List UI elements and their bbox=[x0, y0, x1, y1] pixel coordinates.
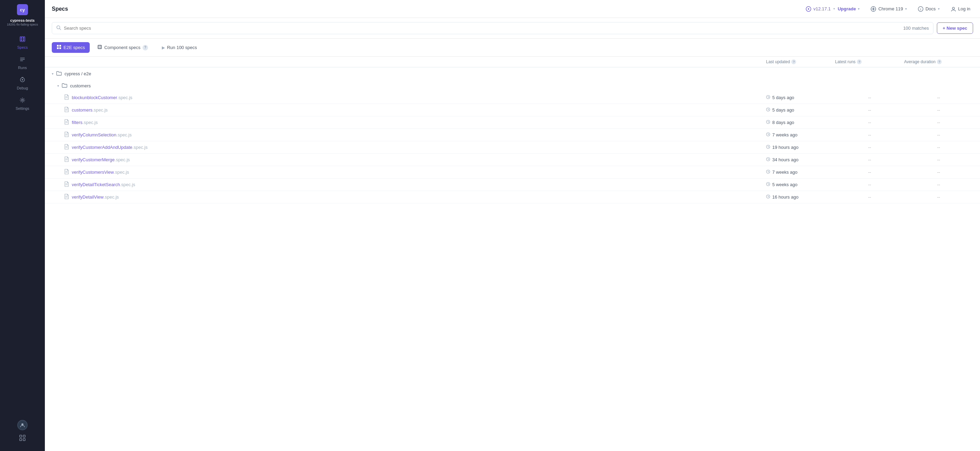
svg-text:?: ? bbox=[920, 8, 921, 11]
spec-name-link: verifyCustomerMerge.spec.js bbox=[72, 157, 130, 162]
spec-time-cell: 5 days ago bbox=[766, 107, 835, 113]
docs-item[interactable]: ? Docs ▾ bbox=[915, 5, 942, 13]
spec-latest-runs: -- bbox=[835, 182, 904, 187]
spec-updated-time: 5 days ago bbox=[772, 95, 794, 100]
table-row[interactable]: verifyCustomerAddAndUpdate.spec.js 19 ho… bbox=[45, 141, 980, 154]
spec-ext: .spec.js bbox=[132, 145, 148, 150]
sidebar-item-settings[interactable]: Settings bbox=[0, 94, 45, 113]
svg-line-45 bbox=[768, 110, 769, 110]
tab-component-specs[interactable]: Component specs ? bbox=[92, 42, 153, 53]
root-chevron-icon: ▾ bbox=[52, 72, 54, 76]
clock-icon bbox=[766, 107, 770, 113]
svg-rect-33 bbox=[98, 45, 102, 49]
spec-latest-runs: -- bbox=[835, 95, 904, 100]
login-item[interactable]: Log in bbox=[948, 5, 973, 13]
browser-chevron-icon: ▾ bbox=[905, 7, 907, 11]
svg-line-70 bbox=[768, 172, 769, 172]
spec-latest-runs: -- bbox=[835, 194, 904, 199]
spec-time-cell: 7 weeks ago bbox=[766, 170, 835, 175]
tab-e2e-specs[interactable]: E2E specs bbox=[52, 42, 90, 53]
spec-name-cell: verifyCustomerMerge.spec.js bbox=[64, 156, 766, 163]
spec-name-cell: verifyDetailTicketSearch.spec.js bbox=[64, 181, 766, 188]
svg-line-60 bbox=[768, 147, 769, 147]
run-specs-button[interactable]: ▶ Run 100 specs bbox=[157, 43, 202, 53]
page-title: Specs bbox=[52, 6, 68, 12]
clock-icon bbox=[766, 170, 770, 175]
spec-avg-duration: -- bbox=[904, 194, 973, 199]
spec-updated-time: 7 weeks ago bbox=[772, 132, 797, 137]
table-row[interactable]: verifyDetailTicketSearch.spec.js 5 weeks… bbox=[45, 178, 980, 191]
svg-rect-32 bbox=[59, 47, 61, 49]
table-row[interactable]: verifyColumnSelection.spec.js 7 weeks ag… bbox=[45, 129, 980, 141]
svg-rect-17 bbox=[23, 438, 25, 441]
spec-avg-duration: -- bbox=[904, 95, 973, 100]
root-folder-name: cypress / e2e bbox=[65, 71, 91, 76]
spec-file-icon bbox=[64, 169, 69, 175]
clock-icon bbox=[766, 145, 770, 150]
spec-ext: .spec.js bbox=[114, 170, 129, 175]
clock-icon bbox=[766, 182, 770, 187]
sidebar-item-specs[interactable]: Specs bbox=[0, 33, 45, 52]
spec-file-icon bbox=[64, 107, 69, 113]
table-row[interactable]: customers.spec.js 5 days ago -- -- bbox=[45, 104, 980, 116]
spec-name-link: blockunblockCustomer.spec.js bbox=[72, 95, 132, 100]
spec-latest-runs: -- bbox=[835, 170, 904, 175]
spec-ext: .spec.js bbox=[120, 182, 135, 187]
spec-file-icon bbox=[64, 132, 69, 138]
spec-ext: .spec.js bbox=[117, 95, 132, 100]
spec-name-cell: verifyCustomerAddAndUpdate.spec.js bbox=[64, 144, 766, 151]
spec-file-icon bbox=[64, 156, 69, 163]
new-spec-button[interactable]: + New spec bbox=[937, 22, 973, 34]
clock-icon bbox=[766, 95, 770, 100]
latest-runs-help-icon: ? bbox=[857, 59, 862, 64]
spec-name-link: customers.spec.js bbox=[72, 107, 108, 113]
sub-folder-header[interactable]: ▾ customers bbox=[45, 80, 980, 91]
spec-file-icon bbox=[64, 194, 69, 200]
sidebar-item-runs[interactable]: Runs bbox=[0, 54, 45, 73]
toolbar: 100 matches + New spec bbox=[45, 18, 980, 39]
new-spec-label: + New spec bbox=[943, 25, 967, 31]
spec-updated-time: 5 weeks ago bbox=[772, 182, 797, 187]
root-folder-header[interactable]: ▾ cypress / e2e bbox=[45, 67, 980, 80]
app-branch: 18291-fix-failing-specs bbox=[5, 23, 40, 26]
spec-name-link: filters.spec.js bbox=[72, 120, 98, 125]
svg-rect-16 bbox=[20, 438, 22, 441]
spec-name-cell: customers.spec.js bbox=[64, 107, 766, 113]
separator-dot: • bbox=[834, 6, 835, 11]
spec-time-cell: 16 hours ago bbox=[766, 194, 835, 199]
spec-avg-duration: -- bbox=[904, 145, 973, 150]
browser-item[interactable]: Chrome 119 ▾ bbox=[868, 5, 910, 13]
spec-avg-duration: -- bbox=[904, 182, 973, 187]
command-palette-icon[interactable] bbox=[19, 434, 26, 443]
spec-name-cell: blockunblockCustomer.spec.js bbox=[64, 94, 766, 101]
spec-time-cell: 34 hours ago bbox=[766, 157, 835, 162]
col-spec bbox=[52, 59, 766, 64]
sidebar-nav: Specs Runs Debug bbox=[0, 33, 45, 113]
svg-rect-30 bbox=[59, 45, 61, 46]
table-row[interactable]: verifyCustomerMerge.spec.js 34 hours ago… bbox=[45, 154, 980, 166]
table-row[interactable]: verifyCustomersView.spec.js 7 weeks ago … bbox=[45, 166, 980, 178]
login-label: Log in bbox=[958, 6, 970, 11]
run-label: Run 100 specs bbox=[167, 45, 197, 50]
spec-name-cell: verifyCustomersView.spec.js bbox=[64, 169, 766, 175]
search-input[interactable] bbox=[64, 25, 900, 31]
table-row[interactable]: verifyDetailView.spec.js 16 hours ago --… bbox=[45, 191, 980, 203]
version-item[interactable]: v12.17.1 • Upgrade ▾ bbox=[803, 5, 862, 13]
browser-icon bbox=[870, 6, 876, 12]
sidebar-item-debug[interactable]: Debug bbox=[0, 74, 45, 93]
avatar[interactable] bbox=[17, 420, 28, 430]
col-last-updated: Last updated ? bbox=[766, 59, 835, 64]
col-avg-duration-label: Average duration bbox=[904, 59, 935, 64]
svg-line-75 bbox=[768, 184, 769, 185]
spec-name-link: verifyColumnSelection.spec.js bbox=[72, 132, 132, 137]
file-list: ▾ cypress / e2e ▾ customers bbox=[45, 67, 980, 451]
matches-count: 100 matches bbox=[903, 25, 929, 31]
spec-name-link: verifyCustomerAddAndUpdate.spec.js bbox=[72, 145, 148, 150]
table-row[interactable]: filters.spec.js 8 days ago -- -- bbox=[45, 116, 980, 129]
sub-folder-icon bbox=[62, 83, 67, 89]
svg-line-40 bbox=[768, 97, 769, 98]
runs-icon bbox=[19, 56, 25, 64]
svg-line-65 bbox=[768, 159, 769, 160]
spec-name-link: verifyCustomersView.spec.js bbox=[72, 170, 129, 175]
table-row[interactable]: blockunblockCustomer.spec.js 5 days ago … bbox=[45, 91, 980, 104]
